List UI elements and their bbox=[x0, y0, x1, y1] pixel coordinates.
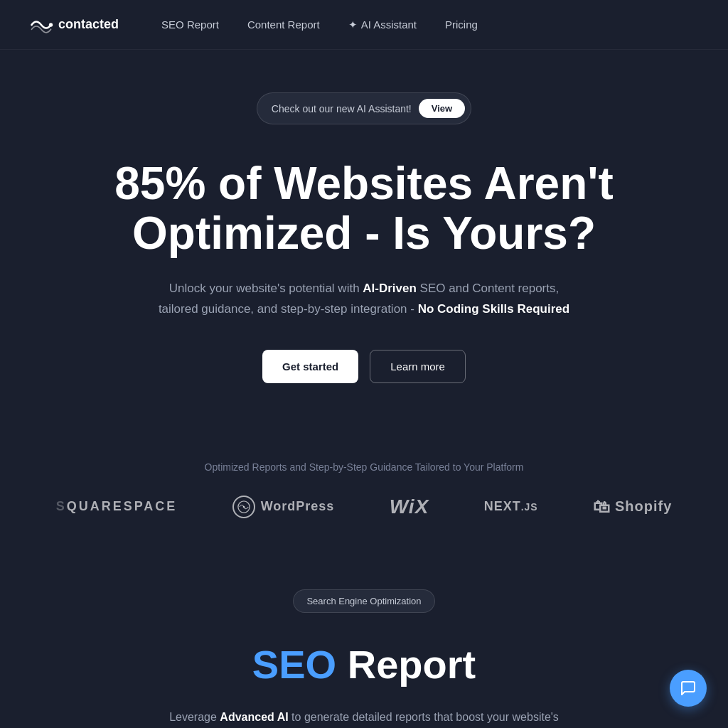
seo-advanced-ai: Advanced AI bbox=[220, 711, 288, 723]
seo-section: Search Engine Optimization SEO Report Le… bbox=[0, 561, 728, 728]
learn-more-button[interactable]: Learn more bbox=[370, 350, 466, 383]
svg-point-2 bbox=[242, 505, 245, 508]
platforms-section: Optimized Reports and Step-by-Step Guida… bbox=[0, 461, 728, 561]
hero-no-coding: No Coding Skills Required bbox=[418, 302, 569, 316]
shopify-logo: 🛍 Shopify bbox=[593, 497, 672, 517]
announcement-view-button[interactable]: View bbox=[419, 99, 465, 118]
seo-badge: Search Engine Optimization bbox=[293, 589, 434, 613]
nav-ai-assistant[interactable]: ✦AI Assistant bbox=[348, 18, 417, 31]
platforms-logos: SQUARESPACE WordPress WiX NEXT.JS 🛍 Shop… bbox=[28, 496, 700, 518]
platforms-label: Optimized Reports and Step-by-Step Guida… bbox=[205, 461, 524, 473]
navbar: contacted SEO Report Content Report ✦AI … bbox=[0, 0, 728, 50]
nav-seo-report[interactable]: SEO Report bbox=[161, 18, 219, 31]
chat-icon bbox=[680, 680, 697, 697]
sparkle-icon: ✦ bbox=[348, 18, 358, 31]
logo-text: contacted bbox=[58, 17, 119, 32]
wordpress-icon bbox=[232, 496, 255, 518]
announcement-badge: Check out our new AI Assistant! View bbox=[257, 92, 471, 124]
squarespace-logo: SQUARESPACE bbox=[56, 499, 178, 514]
hero-subtitle: Unlock your website's potential with AI-… bbox=[151, 279, 577, 320]
hero-subtitle-before: Unlock your website's potential with bbox=[169, 282, 363, 295]
seo-title-rest: Report bbox=[336, 642, 476, 687]
nav-pricing[interactable]: Pricing bbox=[445, 18, 478, 31]
seo-title: SEO Report bbox=[252, 641, 476, 687]
hero-ai-driven: AI-Driven bbox=[363, 282, 417, 295]
chat-button[interactable] bbox=[670, 670, 707, 707]
seo-accent: SEO bbox=[252, 642, 336, 687]
hero-buttons: Get started Learn more bbox=[262, 350, 466, 383]
nav-links: SEO Report Content Report ✦AI Assistant … bbox=[161, 18, 478, 31]
announcement-text: Check out our new AI Assistant! bbox=[272, 103, 412, 114]
logo[interactable]: contacted bbox=[28, 15, 119, 35]
svg-point-0 bbox=[49, 23, 53, 26]
nav-content-report[interactable]: Content Report bbox=[247, 18, 320, 31]
wordpress-logo: WordPress bbox=[232, 496, 335, 518]
seo-description: Leverage Advanced AI to generate detaile… bbox=[158, 707, 570, 728]
hero-section: Check out our new AI Assistant! View 85%… bbox=[0, 50, 728, 461]
nextjs-logo: NEXT.JS bbox=[484, 499, 538, 514]
seo-badge-text: Search Engine Optimization bbox=[306, 596, 421, 606]
hero-title: 85% of Websites Aren't Optimized - Is Yo… bbox=[108, 159, 620, 259]
get-started-button[interactable]: Get started bbox=[262, 350, 358, 383]
wix-logo: WiX bbox=[390, 496, 429, 518]
shopify-icon: 🛍 bbox=[593, 497, 611, 517]
seo-desc-before: Leverage bbox=[169, 711, 220, 723]
